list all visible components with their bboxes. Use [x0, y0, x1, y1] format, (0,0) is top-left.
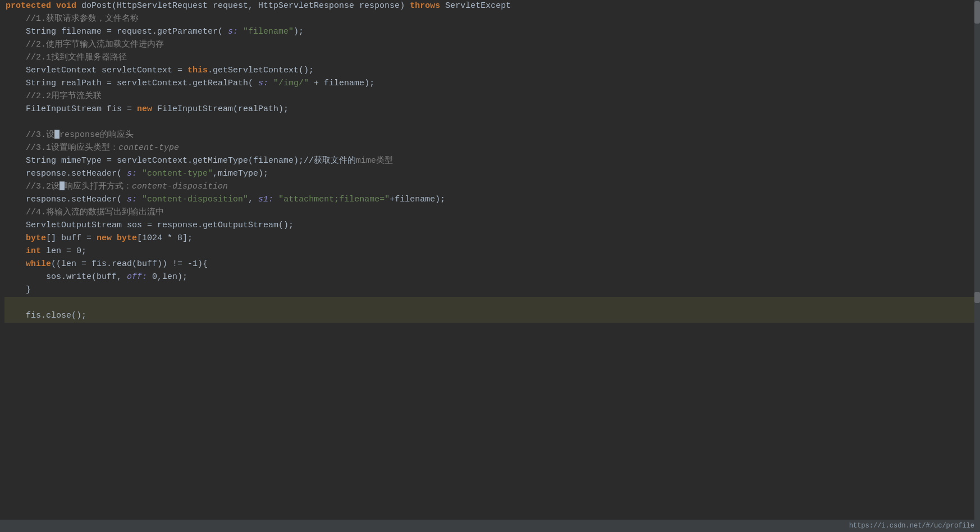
code-line: //2.2用字节流关联	[4, 90, 980, 103]
code-token: 响应头打开方式：	[65, 181, 132, 194]
code-token: ,mimeType);	[213, 168, 268, 181]
code-line: String realPath = servletContext.getReal…	[4, 77, 980, 90]
code-token: byte	[117, 232, 137, 245]
code-token	[6, 245, 26, 258]
code-line: //2.使用字节输入流加载文件进内存	[4, 39, 980, 52]
code-token: }	[6, 284, 31, 297]
code-token: ,len);	[157, 271, 187, 284]
code-token: new	[137, 103, 152, 116]
code-token: [] buff =	[46, 232, 97, 245]
code-token: doPost(HttpServletRequest request, HttpS…	[76, 0, 410, 13]
code-token: //4.将输入流的数据写出到输出流中	[6, 207, 164, 219]
code-token: 0	[152, 271, 157, 284]
code-token: +filename);	[390, 194, 445, 207]
code-line: response.setHeader( s: "content-type",mi…	[4, 168, 980, 181]
code-token: protected void	[6, 0, 76, 13]
code-token: s1:	[258, 194, 278, 207]
code-line: FileInputStream fis = new FileInputStrea…	[4, 103, 980, 116]
code-token: s:	[228, 26, 243, 39]
code-token: ((len = fis.read(buff)) != -1){	[51, 258, 208, 271]
code-token: █	[54, 129, 59, 142]
scrollbar-thumb-top[interactable]	[974, 1, 980, 24]
code-token: response的响应头	[59, 129, 134, 142]
code-token: ServletContext servletContext =	[6, 65, 187, 77]
code-line: }	[4, 284, 980, 297]
code-token: response.setHeader(	[6, 168, 127, 181]
code-token: s:	[127, 194, 142, 207]
code-token: while	[26, 258, 51, 271]
code-line: while((len = fis.read(buff)) != -1){	[4, 258, 980, 271]
code-token: "content-disposition"	[142, 194, 248, 207]
code-token: FileInputStream fis =	[6, 103, 137, 116]
code-line: response.setHeader( s: "content-disposit…	[4, 194, 980, 207]
code-token	[6, 232, 26, 245]
code-token: ServletOutputStream sos = response.getOu…	[6, 219, 294, 232]
code-token: len = 0;	[41, 245, 86, 258]
status-bar: https://i.csdn.net/#/uc/profile	[0, 520, 980, 532]
code-token: █	[59, 181, 65, 194]
code-line: ServletContext servletContext = this.get…	[4, 65, 980, 77]
code-line	[4, 116, 980, 129]
code-line: //3.1设置响应头类型：content-type	[4, 142, 980, 155]
code-token: int	[26, 245, 41, 258]
code-token: //2.2用字节流关联	[6, 90, 102, 103]
code-token: content-disposition	[132, 181, 228, 194]
code-line: int len = 0;	[4, 245, 980, 258]
code-token	[112, 232, 117, 245]
code-token: sos.write(buff,	[6, 271, 127, 284]
code-token: content-type	[118, 142, 179, 155]
code-token: String filename = request.getParameter(	[6, 26, 228, 39]
code-line	[4, 297, 980, 310]
code-token: s:	[127, 168, 142, 181]
status-url: https://i.csdn.net/#/uc/profile	[849, 521, 974, 531]
code-token: //3.2设	[6, 181, 59, 194]
code-token: byte	[26, 232, 46, 245]
code-token: //1.获取请求参数，文件名称	[6, 13, 139, 26]
code-line: //3.设█response的响应头	[4, 129, 980, 142]
code-token: "/img/"	[273, 77, 309, 90]
scrollbar-thumb-bottom[interactable]	[974, 292, 980, 303]
code-line: //1.获取请求参数，文件名称	[4, 13, 980, 26]
code-token: //2.1找到文件服务器路径	[6, 52, 127, 65]
code-token: off:	[127, 271, 152, 284]
code-token: + filename);	[309, 77, 374, 90]
code-token: FileInputStream(realPath);	[152, 103, 288, 116]
code-line: //3.2设█响应头打开方式：content-disposition	[4, 181, 980, 194]
code-token: new	[97, 232, 112, 245]
vertical-scrollbar[interactable]	[974, 0, 980, 532]
code-line: String filename = request.getParameter( …	[4, 26, 980, 39]
code-token: mime类型	[356, 155, 393, 168]
code-line: //4.将输入流的数据写出到输出流中	[4, 207, 980, 219]
code-token: throws	[410, 0, 440, 13]
code-token: "attachment;filename="	[278, 194, 390, 207]
code-line: sos.write(buff, off: 0,len);	[4, 271, 980, 284]
code-token: .getServletContext();	[208, 65, 314, 77]
code-token: response.setHeader(	[6, 194, 127, 207]
code-token: //2.使用字节输入流加载文件进内存	[6, 39, 164, 52]
code-line: fis.close();	[4, 310, 980, 323]
code-token: ServletExcept	[440, 0, 511, 13]
code-token	[6, 258, 26, 271]
code-content: protected void doPost(HttpServletRequest…	[0, 0, 980, 323]
code-token: s:	[258, 77, 273, 90]
code-token: );	[294, 26, 304, 39]
code-token: String realPath = servletContext.getReal…	[6, 77, 258, 90]
code-line: byte[] buff = new byte[1024 * 8];	[4, 232, 980, 245]
code-token: "filename"	[243, 26, 294, 39]
code-token: //3.设	[6, 129, 54, 142]
code-token: this	[187, 65, 208, 77]
code-token: String mimeType = servletContext.getMime…	[6, 155, 356, 168]
code-token: ,	[248, 194, 258, 207]
code-line: String mimeType = servletContext.getMime…	[4, 155, 980, 168]
code-token: fis.close();	[6, 310, 86, 323]
code-editor: protected void doPost(HttpServletRequest…	[0, 0, 980, 532]
code-line: ServletOutputStream sos = response.getOu…	[4, 219, 980, 232]
code-token: [1024 * 8];	[137, 232, 193, 245]
code-token: //3.1设置响应头类型：	[6, 142, 118, 155]
code-line: protected void doPost(HttpServletRequest…	[4, 0, 980, 13]
code-line: //2.1找到文件服务器路径	[4, 52, 980, 65]
code-token: "content-type"	[142, 168, 213, 181]
